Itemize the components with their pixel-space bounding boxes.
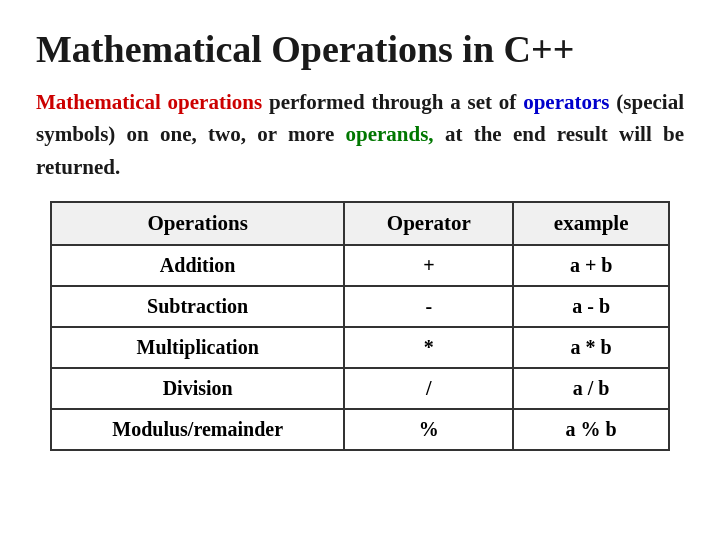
operations-table: Operations Operator example Addition+a +… <box>50 201 670 451</box>
table-cell-1-2: a - b <box>513 286 669 327</box>
table-row: Division/a / b <box>51 368 669 409</box>
table-cell-3-1: / <box>344 368 513 409</box>
table-cell-0-1: + <box>344 245 513 286</box>
desc-operands: operands, <box>346 122 434 146</box>
table-row: Subtraction-a - b <box>51 286 669 327</box>
table-cell-0-2: a + b <box>513 245 669 286</box>
table-cell-3-0: Division <box>51 368 344 409</box>
table-cell-2-0: Multiplication <box>51 327 344 368</box>
table-cell-1-0: Subtraction <box>51 286 344 327</box>
desc-math-ops: Mathematical operations <box>36 90 262 114</box>
slide: Mathematical Operations in C++ Mathemati… <box>0 0 720 540</box>
table-head: Operations Operator example <box>51 202 669 245</box>
table-body: Addition+a + bSubtraction-a - bMultiplic… <box>51 245 669 450</box>
col-header-operator: Operator <box>344 202 513 245</box>
table-row: Modulus/remainder%a % b <box>51 409 669 450</box>
table-row: Addition+a + b <box>51 245 669 286</box>
desc-operators: operators <box>523 90 609 114</box>
slide-description: Mathematical operations performed throug… <box>36 86 684 184</box>
table-header-row: Operations Operator example <box>51 202 669 245</box>
table-cell-4-1: % <box>344 409 513 450</box>
table-wrapper: Operations Operator example Addition+a +… <box>36 201 684 451</box>
table-cell-4-2: a % b <box>513 409 669 450</box>
col-header-operations: Operations <box>51 202 344 245</box>
table-cell-0-0: Addition <box>51 245 344 286</box>
table-cell-2-2: a * b <box>513 327 669 368</box>
slide-title: Mathematical Operations in C++ <box>36 28 684 72</box>
table-cell-2-1: * <box>344 327 513 368</box>
table-cell-1-1: - <box>344 286 513 327</box>
desc-part2: performed through a set of <box>262 90 523 114</box>
col-header-example: example <box>513 202 669 245</box>
table-row: Multiplication*a * b <box>51 327 669 368</box>
table-cell-3-2: a / b <box>513 368 669 409</box>
table-cell-4-0: Modulus/remainder <box>51 409 344 450</box>
